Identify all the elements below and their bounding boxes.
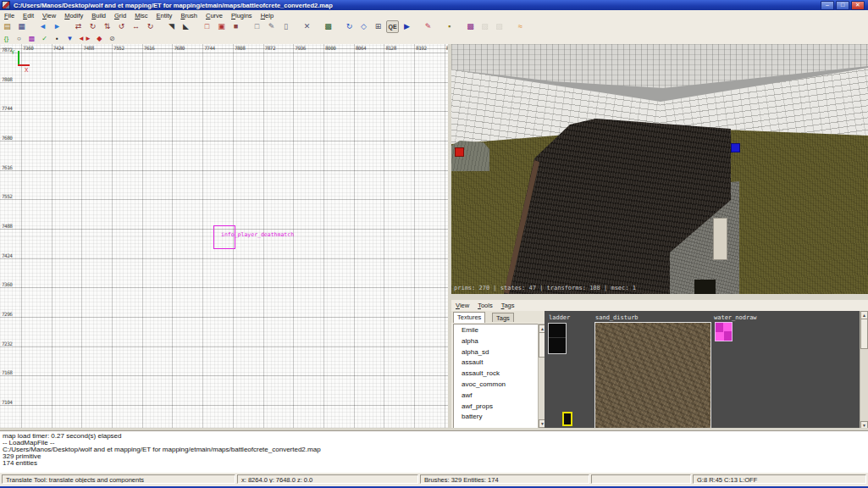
texture-swatch-button[interactable]: ▩ bbox=[26, 33, 37, 44]
menu-item-grid[interactable]: Grid bbox=[110, 12, 130, 19]
ruler-y-label: 7680 bbox=[2, 135, 12, 141]
texture-view-button[interactable]: ▩ bbox=[322, 20, 334, 33]
menu-item-plugins[interactable]: Plugins bbox=[227, 12, 257, 19]
texture-folder-item[interactable]: awf bbox=[454, 390, 539, 401]
qe-tool-button[interactable]: QE bbox=[386, 20, 399, 33]
secondary-toolbar: {}○▩✓▪▼◄►◆⊘ bbox=[0, 33, 868, 45]
curve-circle-button[interactable]: ○ bbox=[14, 33, 25, 44]
free-scale-button[interactable]: ◇ bbox=[357, 20, 370, 33]
y-rotate-button[interactable]: ↺ bbox=[115, 20, 128, 33]
console-output[interactable]: map load timer: 0.27 second(s) elapsed--… bbox=[0, 430, 868, 474]
texture-folder-item[interactable]: assault_rock bbox=[454, 368, 539, 379]
flush-refresh-button[interactable]: ≈ bbox=[514, 20, 527, 33]
tab-textures[interactable]: Textures bbox=[453, 312, 485, 323]
camera-preview-button[interactable]: ▪ bbox=[52, 33, 63, 44]
building-doorway-shadow bbox=[694, 280, 716, 294]
scrollbar-thumb[interactable] bbox=[860, 319, 868, 349]
curve-patch-button[interactable]: {} bbox=[1, 33, 12, 44]
texture-folder-item[interactable]: battery bbox=[454, 411, 539, 422]
x-rotate-button[interactable]: ↻ bbox=[86, 20, 99, 33]
flip-horizontal-button[interactable]: ◄► bbox=[77, 33, 92, 44]
menu-item-file[interactable]: File bbox=[0, 12, 19, 19]
flip-diagonal-button[interactable]: ◆ bbox=[94, 33, 105, 44]
free-rotate-button[interactable]: ↻ bbox=[343, 20, 356, 33]
texture-folder-item[interactable]: awf_props bbox=[454, 401, 539, 412]
ruler-x-label: 7488 bbox=[83, 45, 93, 51]
make-structural-button[interactable]: ◣ bbox=[180, 20, 192, 33]
menu-item-entity[interactable]: Entity bbox=[152, 12, 177, 19]
select-inside-button[interactable]: ▣ bbox=[215, 20, 228, 33]
texture-browser: ViewToolsTags TexturesTags Emilealphaalp… bbox=[451, 300, 868, 430]
window-grid-button[interactable]: ▯ bbox=[279, 20, 292, 33]
texture-name-ladder: ladder bbox=[549, 314, 570, 321]
clipper-tool-button[interactable]: ✕ bbox=[301, 20, 313, 33]
texture-folder-item[interactable]: assault bbox=[454, 357, 539, 368]
ruler-x-label: 7808 bbox=[235, 45, 245, 51]
texture-name-sand-disturb: sand_disturb bbox=[595, 314, 639, 321]
building-white-door bbox=[713, 218, 727, 260]
3d-camera-view[interactable]: prims: 270 | states: 47 | transforms: 10… bbox=[451, 44, 868, 294]
texture-lock-button[interactable]: ▪ bbox=[443, 20, 456, 33]
entity-cube-blue[interactable] bbox=[731, 143, 740, 152]
texture-thumb-ladder[interactable] bbox=[548, 323, 567, 354]
texture-menu-tools[interactable]: Tools bbox=[473, 302, 497, 309]
menu-item-curve[interactable]: Curve bbox=[202, 12, 227, 19]
texture-folder-list[interactable]: Emilealphaalpha_sdassaultassault_rockavo… bbox=[453, 324, 539, 430]
texture-pane-scrollbar[interactable]: ▲ ▼ bbox=[860, 311, 868, 430]
ruler-y-label: 7104 bbox=[2, 399, 12, 405]
texture-thumb-water-nodraw[interactable] bbox=[715, 322, 733, 341]
app-icon bbox=[2, 1, 10, 9]
cap-selection-button[interactable]: ✓ bbox=[39, 33, 50, 44]
csg-subtract-button[interactable]: ■ bbox=[229, 20, 242, 33]
window-one-button[interactable]: □ bbox=[251, 20, 263, 33]
redo-button[interactable]: ► bbox=[51, 20, 64, 33]
menu-item-misc[interactable]: Misc bbox=[130, 12, 152, 19]
menu-item-brush[interactable]: Brush bbox=[176, 12, 202, 19]
x-flip-button[interactable]: ⇄ bbox=[72, 20, 85, 33]
plugin-window-button[interactable]: ⊞ bbox=[372, 20, 384, 33]
window-edit-button[interactable]: ✎ bbox=[265, 20, 278, 33]
menu-item-modify[interactable]: Modify bbox=[60, 12, 87, 19]
horizontal-splitter[interactable] bbox=[451, 294, 868, 300]
texture-thumbnail-pane[interactable]: ladder sand_disturb water_nodraw bbox=[545, 311, 860, 430]
menu-item-build[interactable]: Build bbox=[87, 12, 110, 19]
menu-item-view[interactable]: View bbox=[38, 12, 60, 19]
open-file-button[interactable]: ▤ bbox=[1, 20, 14, 33]
title-bar[interactable]: C:/Users/Manos/Desktop/wolf and et mappi… bbox=[0, 0, 868, 10]
menu-item-edit[interactable]: Edit bbox=[19, 12, 38, 19]
texture-menu-view[interactable]: View bbox=[451, 302, 473, 309]
camera-cursor-button[interactable]: ▶ bbox=[401, 20, 413, 33]
tool-disabled-b-button: ▨ bbox=[493, 20, 506, 33]
entity-cube-red[interactable] bbox=[455, 147, 464, 157]
z-flip-button[interactable]: ↔ bbox=[130, 20, 142, 33]
select-touching-button[interactable]: □ bbox=[201, 20, 213, 33]
save-file-button[interactable]: ▦ bbox=[15, 20, 28, 33]
texture-thumb-sand-disturb[interactable] bbox=[594, 322, 711, 429]
paint-brush-button[interactable]: ✎ bbox=[422, 20, 434, 33]
make-detail-button[interactable]: ◥ bbox=[165, 20, 178, 33]
drop-entity-button[interactable]: ▼ bbox=[64, 33, 75, 44]
menu-item-help[interactable]: Help bbox=[257, 12, 278, 19]
tab-tags[interactable]: Tags bbox=[492, 313, 514, 322]
entity-classname-label: info_player_deathmatch bbox=[221, 231, 294, 238]
y-flip-button[interactable]: ⇅ bbox=[101, 20, 113, 33]
disable-clip-button[interactable]: ⊘ bbox=[107, 33, 118, 44]
texture-folder-item[interactable]: avoc_common bbox=[454, 379, 539, 390]
texture-folder-item[interactable]: alpha_sd bbox=[454, 347, 539, 358]
z-rotate-button[interactable]: ↻ bbox=[144, 20, 157, 33]
window-controls: –□✕ bbox=[821, 1, 865, 10]
maximize-button[interactable]: □ bbox=[836, 1, 849, 10]
status-coordinates: x: 8264.0 y: 7648.0 z: 0.0 bbox=[237, 474, 418, 484]
texture-folder-item[interactable]: Emile bbox=[454, 324, 539, 336]
texture-menu-tags[interactable]: Tags bbox=[497, 302, 519, 309]
selected-texture-marker[interactable] bbox=[562, 412, 572, 426]
2d-grid-view[interactable]: Y X info_player_deathmatch 7360742474887… bbox=[0, 44, 448, 430]
texture-folder-item[interactable]: alpha bbox=[454, 336, 539, 347]
media-browser-button[interactable]: ▩ bbox=[464, 20, 477, 33]
undo-button[interactable]: ◄ bbox=[36, 20, 49, 33]
console-line: C:/Users/Manos/Desktop/wolf and et mappi… bbox=[0, 446, 868, 453]
texture-browser-tabs: TexturesTags bbox=[451, 311, 545, 323]
ruler-x-label: 8192 bbox=[416, 45, 426, 51]
minimize-button[interactable]: – bbox=[821, 1, 834, 10]
close-button[interactable]: ✕ bbox=[851, 1, 865, 10]
